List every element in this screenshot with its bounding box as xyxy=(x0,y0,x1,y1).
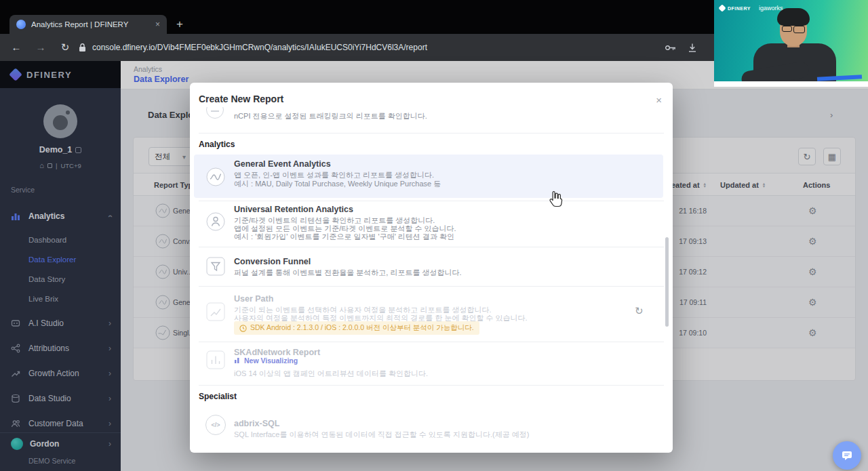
tab-close-icon[interactable]: × xyxy=(155,20,160,29)
section-analytics: Analytics xyxy=(199,140,235,149)
forward-button[interactable]: → xyxy=(33,34,49,61)
chat-bubble-icon xyxy=(840,449,854,462)
download-icon[interactable] xyxy=(688,43,697,56)
code-icon: </> xyxy=(205,415,226,435)
webcam-video: DFINERY igaworks xyxy=(714,0,868,81)
modal-title: Create New Report xyxy=(199,94,283,104)
create-new-report-modal: Create New Report × nCPI 전용으로 설정된 트래킹링크의… xyxy=(190,83,673,453)
skadnetwork-icon xyxy=(205,350,226,373)
dfinery-logo-icon xyxy=(718,4,726,12)
bars-icon xyxy=(234,357,241,364)
user-path-icon xyxy=(205,302,226,325)
universal-retention-icon xyxy=(205,211,226,234)
sync-icon[interactable]: ↻ xyxy=(635,305,644,317)
new-visualizing-badge: New Visualizing xyxy=(234,356,298,365)
favicon-icon xyxy=(16,20,26,29)
ncpi-report-icon xyxy=(205,107,224,121)
reload-button[interactable]: ↻ xyxy=(57,34,73,61)
key-icon[interactable] xyxy=(665,43,676,55)
webcam-dfinery-logo: DFINERY xyxy=(719,5,751,11)
general-event-analytics-icon xyxy=(205,167,226,190)
conversion-funnel-icon xyxy=(205,256,226,279)
ncpi-report-desc: nCPI 전용으로 설정된 트래킹링크의 리포트를 확인합니다. xyxy=(234,111,427,121)
sdk-version-notice: SDK Android : 2.1.3.0 / iOS : 2.0.0.0 버전… xyxy=(234,321,479,335)
screen: Analytics Report | DFINERY × + ← → ↻ con… xyxy=(0,0,868,471)
browser-tab[interactable]: Analytics Report | DFINERY × xyxy=(9,15,167,34)
new-tab-button[interactable]: + xyxy=(176,18,183,31)
back-button[interactable]: ← xyxy=(8,34,24,61)
modal-close-icon[interactable]: × xyxy=(656,94,662,106)
clock-icon xyxy=(239,325,247,332)
section-specialist: Specialist xyxy=(199,392,237,401)
igaworks-logo: igaworks xyxy=(759,5,783,12)
lock-icon xyxy=(79,43,86,55)
tab-title: Analytics Report | DFINERY xyxy=(31,20,151,28)
modal-scrollbar[interactable] xyxy=(665,237,669,327)
chat-launcher-button[interactable] xyxy=(833,441,861,470)
webcam-overlay: DFINERY igaworks xyxy=(714,0,868,87)
address-bar[interactable]: console.dfinery.io/DVib4FMEF0ebkJGHmCRwn… xyxy=(92,34,427,61)
